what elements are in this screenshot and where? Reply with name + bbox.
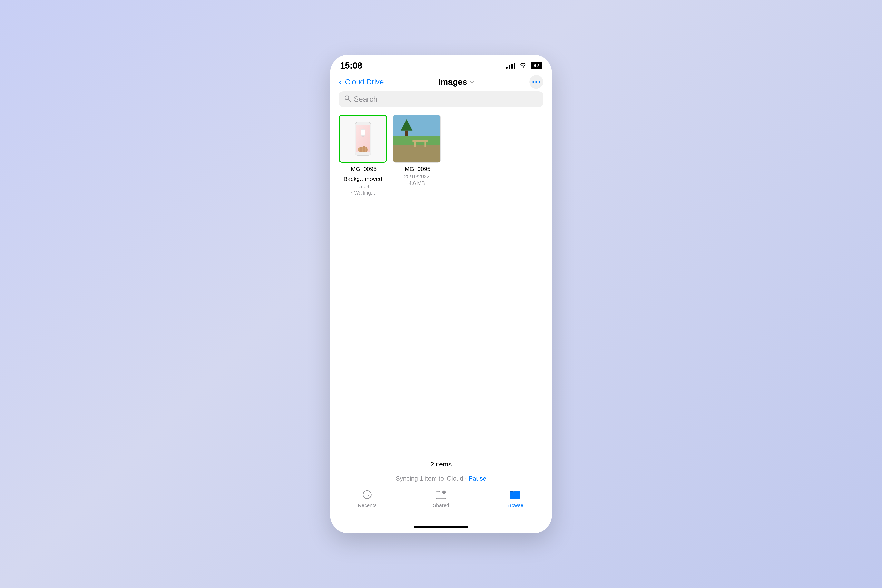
svg-rect-12 bbox=[366, 147, 368, 152]
status-time: 15:08 bbox=[340, 60, 362, 71]
chevron-down-icon bbox=[470, 80, 475, 84]
tab-browse[interactable]: Browse bbox=[478, 489, 552, 508]
file-date: 25/10/2022 bbox=[404, 174, 429, 180]
signal-icon bbox=[506, 62, 515, 69]
svg-rect-21 bbox=[414, 142, 416, 147]
status-icons: 82 bbox=[506, 62, 542, 69]
phone-frame: 15:08 82 ‹ iCloud Drive bbox=[330, 55, 552, 533]
browse-folder-icon bbox=[509, 489, 520, 501]
file-thumbnail bbox=[339, 115, 387, 163]
upload-arrow-icon: ↑ bbox=[351, 190, 353, 196]
list-item[interactable]: IMG_0095 Backg...moved 15:08 ↑ Waiting..… bbox=[339, 115, 387, 196]
page-title: Images bbox=[438, 77, 467, 87]
home-bar bbox=[414, 526, 468, 528]
svg-point-1 bbox=[532, 81, 534, 83]
tab-label-recents: Recents bbox=[358, 502, 376, 508]
pause-button[interactable]: Pause bbox=[469, 475, 486, 482]
svg-point-0 bbox=[522, 66, 524, 68]
outdoor-thumbnail-image bbox=[393, 115, 440, 162]
svg-line-25 bbox=[367, 495, 369, 496]
more-options-button[interactable] bbox=[530, 75, 543, 89]
sync-status: Syncing 1 item to iCloud · Pause bbox=[339, 475, 543, 482]
search-icon bbox=[344, 95, 351, 104]
svg-rect-11 bbox=[363, 146, 365, 153]
sync-divider bbox=[339, 472, 543, 472]
svg-rect-20 bbox=[412, 140, 428, 142]
svg-rect-19 bbox=[405, 130, 408, 136]
tab-bar: Recents 1 Shared bbox=[330, 486, 552, 521]
tab-shared[interactable]: 1 Shared bbox=[404, 489, 478, 508]
navigation-bar: ‹ iCloud Drive Images bbox=[330, 72, 552, 92]
bottom-status-area: 2 items Syncing 1 item to iCloud · Pause bbox=[330, 460, 552, 486]
svg-rect-22 bbox=[424, 142, 426, 147]
chevron-left-icon: ‹ bbox=[339, 78, 342, 86]
file-name: IMG_0095 bbox=[403, 165, 430, 172]
svg-point-2 bbox=[536, 81, 537, 83]
recents-icon bbox=[362, 489, 372, 501]
file-status: ↑ Waiting... bbox=[351, 190, 375, 196]
status-bar: 15:08 82 bbox=[330, 55, 552, 72]
list-item[interactable]: IMG_0095 25/10/2022 4.6 MB bbox=[393, 115, 441, 196]
back-label: iCloud Drive bbox=[343, 78, 384, 86]
tab-label-shared: Shared bbox=[433, 502, 449, 508]
file-name-line2: Backg...moved bbox=[344, 175, 382, 183]
tab-recents[interactable]: Recents bbox=[330, 489, 404, 508]
battery-indicator: 82 bbox=[531, 62, 542, 69]
items-count: 2 items bbox=[339, 460, 543, 468]
svg-rect-14 bbox=[362, 130, 364, 135]
wifi-icon bbox=[519, 62, 527, 69]
file-name: IMG_0095 bbox=[349, 165, 376, 172]
back-button[interactable]: ‹ iCloud Drive bbox=[339, 78, 384, 86]
svg-text:1: 1 bbox=[443, 491, 445, 494]
file-size: 4.6 MB bbox=[409, 180, 425, 186]
tab-label-browse: Browse bbox=[506, 502, 524, 508]
shared-icon: 1 bbox=[435, 489, 447, 501]
phone-thumbnail-image bbox=[352, 121, 374, 156]
file-time: 15:08 bbox=[357, 183, 369, 189]
search-input[interactable]: Search bbox=[354, 95, 377, 104]
svg-line-5 bbox=[348, 99, 351, 101]
ellipsis-icon bbox=[532, 81, 541, 83]
svg-point-3 bbox=[538, 81, 540, 83]
home-indicator bbox=[330, 521, 552, 533]
search-bar-container: Search bbox=[330, 92, 552, 111]
svg-rect-10 bbox=[360, 147, 362, 153]
file-grid: IMG_0095 Backg...moved 15:08 ↑ Waiting..… bbox=[330, 111, 552, 460]
file-thumbnail bbox=[393, 115, 441, 163]
nav-title-area[interactable]: Images bbox=[438, 77, 475, 87]
search-bar[interactable]: Search bbox=[339, 92, 543, 107]
svg-rect-15 bbox=[393, 115, 440, 136]
svg-rect-17 bbox=[393, 145, 440, 162]
